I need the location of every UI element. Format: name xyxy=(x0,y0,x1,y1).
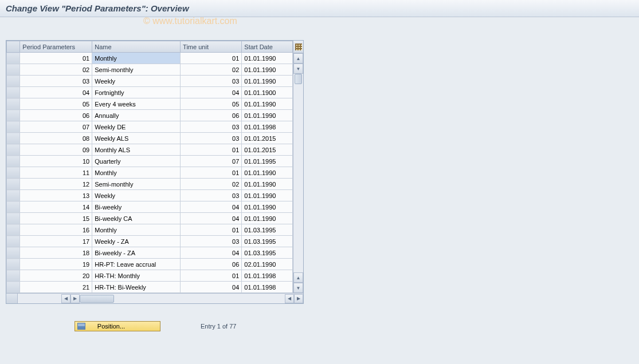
scroll-down-button[interactable]: ▼ xyxy=(293,64,303,74)
row-selector[interactable] xyxy=(7,270,20,282)
row-selector[interactable] xyxy=(7,53,20,64)
cell-name[interactable]: Monthly xyxy=(92,53,181,64)
cell-timeunit[interactable]: 06 xyxy=(181,259,242,270)
cell-period[interactable]: 04 xyxy=(20,87,92,98)
cell-period[interactable]: 02 xyxy=(20,64,92,76)
table-row[interactable]: 06Annually0601.01.1990 xyxy=(7,110,293,121)
cell-name[interactable]: Bi-weekly CA xyxy=(92,213,181,224)
cell-timeunit[interactable]: 04 xyxy=(181,201,242,213)
cell-period[interactable]: 19 xyxy=(20,259,92,270)
row-selector[interactable] xyxy=(7,247,20,259)
column-header-timeunit[interactable]: Time unit xyxy=(181,41,242,53)
cell-timeunit[interactable]: 05 xyxy=(181,98,242,110)
row-selector[interactable] xyxy=(7,236,20,247)
cell-period[interactable]: 20 xyxy=(20,270,92,282)
table-row[interactable]: 10Quarterly0701.01.1995 xyxy=(7,156,293,167)
row-selector[interactable] xyxy=(7,98,20,110)
row-selector[interactable] xyxy=(7,190,20,201)
row-selector[interactable] xyxy=(7,76,20,87)
cell-timeunit[interactable]: 03 xyxy=(181,76,242,87)
cell-period[interactable]: 06 xyxy=(20,110,92,121)
scroll-left-button-1[interactable]: ◀ xyxy=(61,294,70,303)
cell-period[interactable]: 18 xyxy=(20,247,92,259)
scroll-thumb-horizontal[interactable] xyxy=(80,295,114,303)
table-row[interactable]: 12Semi-monthly0201.01.1990 xyxy=(7,179,293,190)
row-selector[interactable] xyxy=(7,121,20,133)
cell-startdate[interactable]: 01.01.1990 xyxy=(242,201,293,213)
cell-startdate[interactable]: 01.01.2015 xyxy=(242,133,293,144)
cell-startdate[interactable]: 01.01.1990 xyxy=(242,190,293,201)
scroll-left-button-2[interactable]: ◀ xyxy=(285,294,294,303)
table-row[interactable]: 17Weekly - ZA0301.03.1995 xyxy=(7,236,293,247)
cell-timeunit[interactable]: 01 xyxy=(181,144,242,156)
cell-name[interactable]: Monthly ALS xyxy=(92,144,181,156)
cell-name[interactable]: Bi-weekly - ZA xyxy=(92,247,181,259)
cell-timeunit[interactable]: 03 xyxy=(181,236,242,247)
row-selector[interactable] xyxy=(7,282,20,293)
horizontal-scrollbar[interactable]: ◀ ▶ ◀ ▶ xyxy=(6,293,303,303)
cell-timeunit[interactable]: 04 xyxy=(181,247,242,259)
scroll-down-button-bottom[interactable]: ▼ xyxy=(293,283,303,293)
cell-period[interactable]: 05 xyxy=(20,98,92,110)
cell-name[interactable]: HR-PT: Leave accrual xyxy=(92,259,181,270)
cell-startdate[interactable]: 01.01.1998 xyxy=(242,282,293,293)
cell-startdate[interactable]: 01.01.2015 xyxy=(242,144,293,156)
data-grid[interactable]: Period Parameters Name Time unit Start D… xyxy=(6,41,293,293)
cell-period[interactable]: 11 xyxy=(20,167,92,179)
table-row[interactable]: 11Monthly0101.01.1990 xyxy=(7,167,293,179)
cell-startdate[interactable]: 01.01.1990 xyxy=(242,179,293,190)
scroll-up-button[interactable]: ▲ xyxy=(293,53,303,64)
position-button[interactable]: Position... xyxy=(75,321,160,331)
cell-period[interactable]: 07 xyxy=(20,121,92,133)
cell-startdate[interactable]: 01.03.1995 xyxy=(242,224,293,236)
scroll-right-button-2[interactable]: ▶ xyxy=(294,294,303,303)
scroll-up-button-bottom[interactable]: ▲ xyxy=(293,272,303,283)
cell-period[interactable]: 21 xyxy=(20,282,92,293)
cell-period[interactable]: 13 xyxy=(20,190,92,201)
table-row[interactable]: 21HR-TH: Bi-Weekly0401.01.1998 xyxy=(7,282,293,293)
row-selector[interactable] xyxy=(7,133,20,144)
cell-period[interactable]: 12 xyxy=(20,179,92,190)
table-row[interactable]: 19HR-PT: Leave accrual0602.01.1990 xyxy=(7,259,293,270)
cell-name[interactable]: Weekly DE xyxy=(92,121,181,133)
cell-timeunit[interactable]: 04 xyxy=(181,213,242,224)
cell-name[interactable]: Quarterly xyxy=(92,156,181,167)
cell-startdate[interactable]: 01.03.1995 xyxy=(242,236,293,247)
scroll-track-vertical[interactable] xyxy=(293,74,303,272)
scroll-right-button-1[interactable]: ▶ xyxy=(70,294,80,303)
cell-timeunit[interactable]: 01 xyxy=(181,167,242,179)
cell-name[interactable]: Bi-weekly xyxy=(92,201,181,213)
row-selector[interactable] xyxy=(7,201,20,213)
table-row[interactable]: 05Every 4 weeks0501.01.1990 xyxy=(7,98,293,110)
row-selector-header[interactable] xyxy=(7,41,20,53)
cell-startdate[interactable]: 01.01.1900 xyxy=(242,87,293,98)
table-row[interactable]: 03Weekly0301.01.1990 xyxy=(7,76,293,87)
table-row[interactable]: 13Weekly0301.01.1990 xyxy=(7,190,293,201)
cell-period[interactable]: 17 xyxy=(20,236,92,247)
cell-timeunit[interactable]: 07 xyxy=(181,156,242,167)
cell-startdate[interactable]: 01.01.1990 xyxy=(242,167,293,179)
cell-timeunit[interactable]: 03 xyxy=(181,190,242,201)
cell-startdate[interactable]: 01.01.1990 xyxy=(242,76,293,87)
table-row[interactable]: 20HR-TH: Monthly0101.01.1998 xyxy=(7,270,293,282)
cell-timeunit[interactable]: 03 xyxy=(181,133,242,144)
row-selector[interactable] xyxy=(7,64,20,76)
cell-timeunit[interactable]: 06 xyxy=(181,110,242,121)
cell-name[interactable]: Semi-monthly xyxy=(92,64,181,76)
vertical-scrollbar[interactable]: ▲ ▼ ▲ ▼ xyxy=(293,41,303,293)
table-row[interactable]: 02Semi-monthly0201.01.1990 xyxy=(7,64,293,76)
column-header-period[interactable]: Period Parameters xyxy=(20,41,92,53)
scroll-track-horizontal[interactable] xyxy=(80,294,285,303)
cell-name[interactable]: Weekly ALS xyxy=(92,133,181,144)
cell-name[interactable]: Weekly - ZA xyxy=(92,236,181,247)
cell-startdate[interactable]: 01.01.1990 xyxy=(242,110,293,121)
cell-timeunit[interactable]: 02 xyxy=(181,64,242,76)
cell-name[interactable]: Annually xyxy=(92,110,181,121)
cell-name[interactable]: HR-TH: Bi-Weekly xyxy=(92,282,181,293)
table-row[interactable]: 16Monthly0101.03.1995 xyxy=(7,224,293,236)
table-row[interactable]: 07Weekly DE0301.01.1998 xyxy=(7,121,293,133)
row-selector[interactable] xyxy=(7,213,20,224)
cell-timeunit[interactable]: 01 xyxy=(181,270,242,282)
table-row[interactable]: 04Fortnightly0401.01.1900 xyxy=(7,87,293,98)
cell-name[interactable]: HR-TH: Monthly xyxy=(92,270,181,282)
